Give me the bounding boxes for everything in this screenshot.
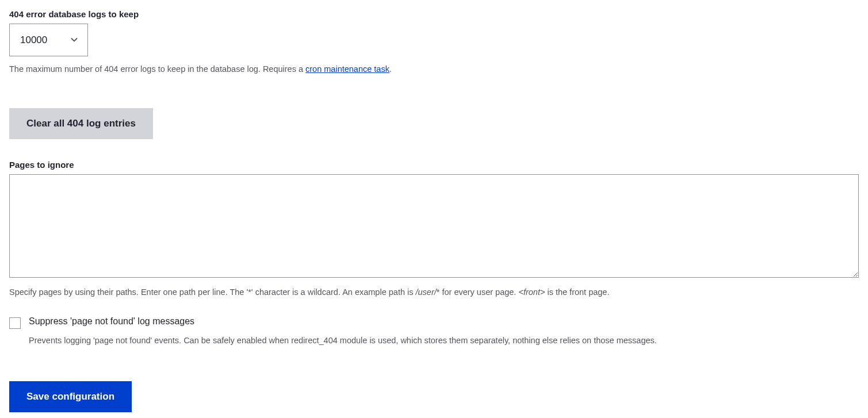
- logs-to-keep-select-wrapper: 10000: [9, 24, 88, 56]
- save-configuration-button[interactable]: Save configuration: [9, 381, 132, 412]
- pages-to-ignore-description: Specify pages by using their paths. Ente…: [9, 286, 859, 299]
- logs-to-keep-description: The maximum number of 404 error logs to …: [9, 63, 859, 76]
- suppress-description: Prevents logging 'page not found' events…: [29, 335, 859, 347]
- pages-to-ignore-textarea[interactable]: [9, 174, 859, 278]
- suppress-group: Suppress 'page not found' log messages P…: [9, 316, 859, 347]
- suppress-checkbox-wrapper: Suppress 'page not found' log messages: [9, 316, 859, 329]
- logs-to-keep-group: 404 error database logs to keep 10000 Th…: [9, 9, 859, 76]
- pages-to-ignore-label: Pages to ignore: [9, 160, 859, 170]
- logs-to-keep-select[interactable]: 10000: [9, 24, 88, 56]
- logs-to-keep-label: 404 error database logs to keep: [9, 9, 859, 19]
- pages-to-ignore-group: Pages to ignore Specify pages by using t…: [9, 160, 859, 299]
- clear-logs-button[interactable]: Clear all 404 log entries: [9, 108, 153, 139]
- suppress-checkbox[interactable]: [9, 317, 21, 329]
- suppress-label[interactable]: Suppress 'page not found' log messages: [29, 316, 194, 327]
- cron-maintenance-link[interactable]: cron maintenance task: [305, 64, 389, 74]
